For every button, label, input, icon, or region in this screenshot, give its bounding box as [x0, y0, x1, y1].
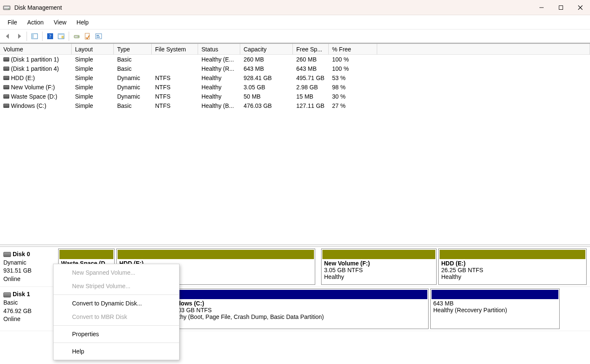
volume-row[interactable]: (Disk 1 partition 4)SimpleBasicHealthy (… — [0, 64, 590, 73]
close-button[interactable] — [571, 0, 590, 15]
svg-point-15 — [78, 36, 79, 37]
svg-rect-1 — [4, 7, 9, 8]
menu-bar: File Action View Help — [0, 15, 590, 29]
col-pct-free[interactable]: % Free — [329, 44, 377, 54]
volume-icon — [3, 94, 9, 99]
col-layout[interactable]: Layout — [72, 44, 114, 54]
context-menu: New Spanned Volume...New Striped Volume.… — [53, 264, 180, 360]
volume-row[interactable]: Waste Space (D:)SimpleDynamicNTFSHealthy… — [0, 92, 590, 101]
context-menu-item: Convert to MBR Disk — [54, 310, 179, 324]
svg-rect-17 — [96, 34, 102, 39]
volume-row[interactable]: (Disk 1 partition 1)SimpleBasicHealthy (… — [0, 55, 590, 64]
volume-icon — [3, 57, 9, 62]
volume-icon — [3, 76, 9, 80]
volume-row[interactable]: Windows (C:)SimpleBasicNTFSHealthy (B...… — [0, 101, 590, 110]
context-menu-item[interactable]: Properties — [54, 327, 179, 341]
window-title: Disk Management — [14, 4, 62, 11]
volume-list: Volume Layout Type File System Status Ca… — [0, 43, 590, 181]
partition[interactable]: Windows (C:)476.03 GB NTFSHealthy (Boot,… — [169, 289, 429, 329]
col-free[interactable]: Free Sp... — [293, 44, 329, 54]
col-volume[interactable]: Volume — [0, 44, 72, 54]
menu-action[interactable]: Action — [22, 16, 49, 28]
app-icon — [3, 3, 11, 12]
svg-rect-18 — [97, 35, 99, 36]
disk-icon — [3, 292, 11, 297]
svg-text:?: ? — [49, 33, 51, 39]
context-menu-item: New Striped Volume... — [54, 279, 179, 293]
col-type[interactable]: Type — [114, 44, 152, 54]
svg-point-2 — [8, 8, 9, 9]
col-filesystem[interactable]: File System — [152, 44, 198, 54]
partition[interactable]: HDD (E:)26.25 GB NTFSHealthy — [438, 249, 587, 285]
svg-rect-19 — [97, 37, 100, 37]
forward-button[interactable] — [13, 31, 24, 42]
back-button[interactable] — [3, 31, 13, 42]
col-filler — [377, 44, 590, 54]
properties-icon[interactable] — [56, 31, 67, 42]
volume-row[interactable]: New Volume (F:)SimpleDynamicNTFSHealthy3… — [0, 83, 590, 92]
minimize-button[interactable] — [532, 0, 551, 15]
partition[interactable]: New Volume (F:)3.05 GB NTFSHealthy — [321, 249, 437, 285]
settings-icon[interactable] — [93, 31, 104, 42]
svg-rect-13 — [62, 36, 64, 38]
menu-file[interactable]: File — [3, 16, 22, 28]
maximize-button[interactable] — [551, 0, 571, 15]
svg-rect-12 — [58, 34, 64, 35]
svg-rect-4 — [559, 5, 563, 9]
help-icon[interactable]: ? — [45, 31, 56, 42]
col-capacity[interactable]: Capacity — [240, 44, 293, 54]
show-hide-console-tree-button[interactable] — [29, 31, 40, 42]
disk-info[interactable]: Disk 0Dynamic931.51 GBOnline — [3, 249, 56, 285]
svg-rect-8 — [32, 34, 34, 39]
menu-help[interactable]: Help — [72, 16, 94, 28]
volume-list-header: Volume Layout Type File System Status Ca… — [0, 44, 590, 55]
disk-info[interactable]: Disk 1Basic476.92 GBOnline — [3, 289, 56, 329]
context-menu-item[interactable]: Convert to Dynamic Disk... — [54, 297, 179, 310]
partition[interactable]: 643 MBHealthy (Recovery Partition) — [430, 289, 560, 329]
volume-icon — [3, 104, 9, 108]
disk-icon — [3, 252, 11, 257]
context-menu-item[interactable]: Help — [54, 345, 179, 358]
context-menu-item: New Spanned Volume... — [54, 266, 179, 279]
rescan-icon[interactable] — [82, 31, 93, 42]
menu-view[interactable]: View — [48, 16, 71, 28]
refresh-icon[interactable] — [71, 31, 82, 42]
volume-icon — [3, 67, 9, 71]
volume-icon — [3, 85, 9, 89]
title-bar: Disk Management — [0, 0, 590, 15]
col-status[interactable]: Status — [198, 44, 240, 54]
volume-row[interactable]: HDD (E:)SimpleDynamicNTFSHealthy928.41 G… — [0, 73, 590, 83]
toolbar: ? — [0, 29, 590, 43]
